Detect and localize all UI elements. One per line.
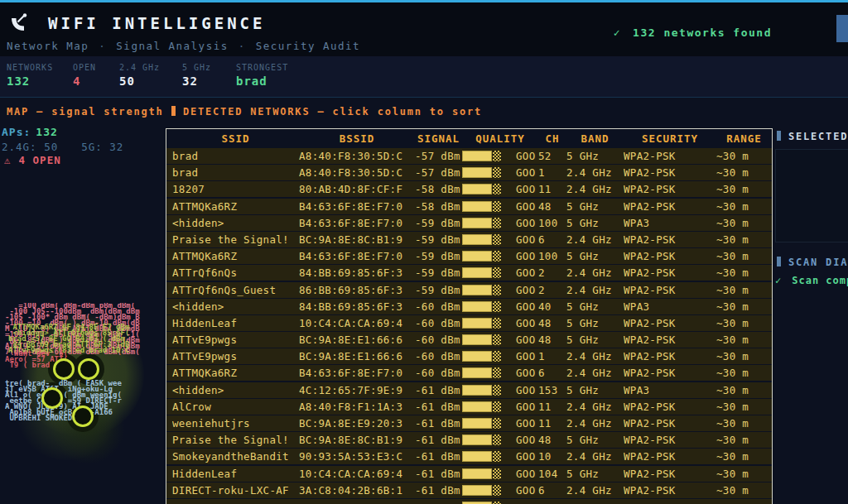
cell-channel: 153 xyxy=(538,384,566,396)
scan-status-text: Scan complete xyxy=(792,275,848,286)
cell-signal: -57 dBm xyxy=(415,166,462,179)
table-row[interactable]: ATTvE9pwgsBC:9A:8E:E1:66:6-60 dBmGOOD12.… xyxy=(166,348,772,364)
cell-bssid: 90:93:5A:53:E3:C xyxy=(299,450,415,463)
ap-marker-ring xyxy=(53,358,75,380)
column-header-bssid[interactable]: BSSID xyxy=(299,132,415,145)
cell-bssid: 80:AB:4D:8F:CF:F xyxy=(299,183,415,195)
cell-signal: -61 dBm xyxy=(415,384,462,396)
table-row[interactable]: bradA8:40:F8:30:5D:C-57 dBmGOOD525 GHzWP… xyxy=(166,148,772,164)
table-row[interactable]: <hidden>4C:12:65:7F:9E:9-61 dBmGOOD1535 … xyxy=(166,382,772,398)
quality-label: GOOD xyxy=(516,166,536,179)
satellite-dish-icon xyxy=(8,12,30,34)
column-header-security[interactable]: SECURITY xyxy=(624,132,716,145)
column-header-range[interactable]: RANGE xyxy=(716,132,772,145)
cell-quality: GOOD xyxy=(462,299,538,314)
cell-security: WPA2-PSK xyxy=(624,150,716,162)
cell-range: ~30 m xyxy=(716,233,772,246)
signal-strength-map[interactable]: =100 dBm( dBm-dBm pBm dBm( -100 J05--100… xyxy=(5,303,161,481)
cell-signal: -61 dBm xyxy=(415,468,462,480)
cell-quality xyxy=(462,499,538,504)
quality-bar-fill xyxy=(462,301,492,312)
quality-label: GOOD xyxy=(516,266,536,279)
table-row[interactable]: <hidden>84:BB:69:85:6F:3-60 dBmGOOD405 G… xyxy=(166,299,772,314)
stat-networks: NETWORKS132 xyxy=(7,63,73,97)
table-row[interactable]: DIRECT-roku-LXC-AF3A:C8:04:2B:6B:1-61 dB… xyxy=(166,482,772,498)
cell-channel: 104 xyxy=(538,468,566,480)
cell-bssid: A8:40:F8:30:5D:C xyxy=(299,150,415,162)
selected-panel-title: SELECTED NETWORK xyxy=(777,131,848,142)
quality-bar-dither xyxy=(493,434,501,445)
cell-channel: 10 xyxy=(538,450,566,463)
cell-ssid: ATTrQf6nQs_Guest xyxy=(172,284,299,296)
table-row[interactable]: ATTrQf6nQs_Guest86:BB:69:85:6F:3-59 dBmG… xyxy=(166,282,772,298)
cell-signal: -60 dBm xyxy=(415,367,462,379)
stat-strongest: STRONGESTbrad xyxy=(236,63,369,97)
table-row[interactable]: SmokeyandtheBandit90:93:5A:53:E3:C-61 dB… xyxy=(166,449,772,464)
table-row[interactable]: Praise the Signal!BC:9A:8E:8C:B1:9-59 dB… xyxy=(166,232,772,247)
quality-bar-dither xyxy=(493,267,501,278)
table-row[interactable]: HiddenLeaf10:C4:CA:CA:69:4-60 dBmGOOD485… xyxy=(166,315,772,331)
nav-item-security-audit[interactable]: Security Audit xyxy=(256,40,360,52)
column-header-ssid[interactable]: SSID xyxy=(172,132,299,145)
table-row[interactable]: weeniehutjrsBC:9A:8E:E9:20:3-61 dBmGOOD1… xyxy=(166,415,772,431)
band-5-value: 32 xyxy=(109,141,123,153)
table-row[interactable] xyxy=(166,499,772,504)
cell-security: WPA2-PSK xyxy=(624,317,716,329)
table-row[interactable]: ATTMQKa6RZB4:63:6F:8E:F7:0-59 dBmGOOD100… xyxy=(166,248,772,264)
column-header-quality[interactable]: QUALITY xyxy=(462,132,538,145)
nav-separator: · xyxy=(99,40,106,52)
cell-quality: GOOD xyxy=(462,449,538,464)
table-row[interactable]: ATTrQf6nQs84:BB:69:85:6F:3-59 dBmGOOD22.… xyxy=(166,265,772,281)
column-header-ch[interactable]: CH xyxy=(538,132,566,145)
table-row[interactable]: ATTvE9pwgsBC:9A:8E:E1:66:6-60 dBmGOOD485… xyxy=(166,332,772,348)
quality-label: GOOD xyxy=(516,367,536,379)
nav-item-signal-analysis[interactable]: Signal Analysis xyxy=(116,40,228,52)
cell-signal: -58 dBm xyxy=(415,200,462,213)
cell-channel: 2 xyxy=(538,284,566,296)
cell-ssid: HiddenLeaf xyxy=(172,317,299,329)
cell-band: 5 GHz xyxy=(566,200,624,213)
quality-label: GOOD xyxy=(516,417,536,430)
stat-label: NETWORKS xyxy=(7,63,73,72)
nav-separator: · xyxy=(238,40,246,52)
table-row[interactable]: <hidden>B4:63:6F:8E:F7:0-59 dBmGOOD1005 … xyxy=(166,215,772,231)
header-edge-button[interactable] xyxy=(836,15,848,42)
quality-label: GOOD xyxy=(516,401,536,413)
table-row[interactable]: bradA8:40:F8:30:5D:C-57 dBmGOOD12.4 GHzW… xyxy=(166,165,772,180)
cell-security: WPA2-PSK xyxy=(624,233,716,246)
quality-bar-fill xyxy=(462,367,492,378)
cell-security: WPA2-PSK xyxy=(624,350,716,362)
stat-value: 32 xyxy=(182,74,236,88)
cell-channel: 1 xyxy=(538,166,566,179)
cell-quality: GOOD xyxy=(462,482,538,498)
table-row[interactable]: AlCrowA8:40:F8:F1:1A:3-61 dBmGOOD112.4 G… xyxy=(166,399,772,415)
cell-band: 2.4 GHz xyxy=(566,367,624,379)
cell-range: ~30 m xyxy=(716,250,772,262)
map-panel-title: MAP — signal strength xyxy=(7,106,162,118)
stat-value: brad xyxy=(236,74,369,88)
stat-value: 4 xyxy=(73,74,119,88)
quality-label: GOOD xyxy=(516,334,536,346)
cell-band: 2.4 GHz xyxy=(566,417,624,430)
table-row[interactable]: HiddenLeaf10:C4:CA:CA:69:4-61 dBmGOOD104… xyxy=(166,466,772,482)
cell-ssid: ATTMQKa6RZ xyxy=(172,200,299,213)
quality-bar-fill xyxy=(462,267,492,278)
cell-ssid: brad xyxy=(172,166,299,179)
cell-channel: 11 xyxy=(538,417,566,430)
nav-item-network-map[interactable]: Network Map xyxy=(7,40,89,52)
table-row[interactable]: ATTMQKa6RZB4:63:6F:8E:F7:0-60 dBmGOOD62.… xyxy=(166,365,772,381)
column-header-band[interactable]: BAND xyxy=(566,132,624,145)
cell-range: ~30 m xyxy=(716,284,772,296)
cell-quality: GOOD xyxy=(462,215,538,231)
aps-label: APs: xyxy=(2,126,31,138)
cell-range: ~30 m xyxy=(716,317,772,329)
column-header-signal[interactable]: SIGNAL xyxy=(415,132,462,145)
table-row[interactable]: ATTMQKa6RZB4:63:6F:8E:F7:0-58 dBmGOOD485… xyxy=(166,199,772,214)
table-row[interactable]: 1820780:AB:4D:8F:CF:F-58 dBmGOOD112.4 GH… xyxy=(166,181,772,197)
quality-bar-dither xyxy=(493,167,501,178)
scan-diagnostics-title: SCAN DIAGNOSTICS xyxy=(777,257,848,268)
stat-2-4-ghz: 2.4 GHz50 xyxy=(119,63,182,97)
cell-quality: GOOD xyxy=(462,181,538,197)
table-row[interactable]: Praise the Signal!BC:9A:8E:8C:B1:9-61 dB… xyxy=(166,432,772,448)
ap-marker-ring xyxy=(78,358,99,380)
